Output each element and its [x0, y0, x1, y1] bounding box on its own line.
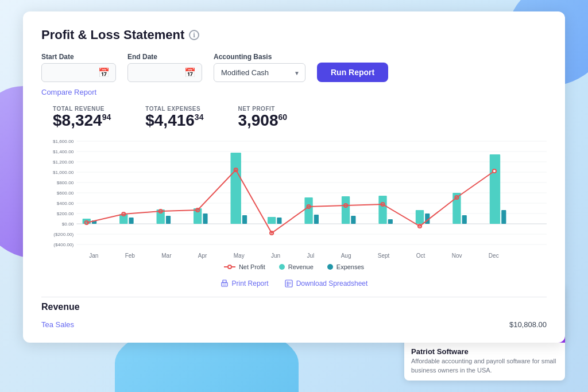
svg-rect-37 [351, 216, 355, 224]
svg-rect-40 [416, 210, 424, 224]
svg-rect-32 [268, 217, 276, 224]
filter-form: Start Date 📅 End Date 📅 Accounting Basis… [41, 53, 547, 82]
x-label-apr: Apr [198, 253, 207, 259]
svg-rect-25 [129, 218, 133, 224]
start-date-group: Start Date 📅 [41, 53, 116, 82]
svg-text:$400.00: $400.00 [57, 201, 74, 206]
print-icon [220, 280, 229, 288]
svg-rect-33 [277, 218, 281, 224]
x-label-may: May [234, 253, 245, 259]
run-report-button[interactable]: Run Report [317, 63, 388, 82]
info-icon[interactable]: ℹ [189, 30, 199, 40]
legend-net-profit: Net Profit [224, 263, 265, 270]
svg-rect-38 [378, 196, 386, 224]
svg-text:$1,600.00: $1,600.00 [53, 139, 74, 144]
accounting-basis-select[interactable]: Cash Modified Cash Accrual [214, 63, 305, 82]
end-date-input[interactable]: 📅 [127, 63, 202, 82]
legend-revenue-dot [279, 264, 285, 270]
chart-svg: $1,600.00 $1,400.00 $1,200.00 $1,000.00 … [41, 135, 547, 250]
accounting-basis-select-wrap: Cash Modified Cash Accrual ▼ [214, 63, 305, 82]
svg-rect-43 [462, 215, 467, 224]
svg-rect-34 [304, 197, 312, 224]
ad-body: Patriot Software Affordable accounting a… [404, 343, 565, 381]
svg-rect-44 [490, 154, 500, 224]
x-axis-labels: Jan Feb Mar Apr May Jun Jul Aug Sept Oct… [41, 253, 547, 259]
compare-report-link[interactable]: Compare Report [41, 88, 96, 96]
end-date-calendar-icon[interactable]: 📅 [184, 67, 196, 78]
total-revenue-value: $8,32494 [53, 112, 111, 130]
card-title-row: Profit & Loss Statement ℹ [41, 28, 547, 42]
revenue-row-tea-sales: Tea Sales $10,808.00 [41, 318, 547, 331]
end-date-label: End Date [127, 53, 202, 61]
svg-text:$600.00: $600.00 [57, 191, 74, 196]
svg-point-59 [228, 265, 231, 269]
tea-sales-link[interactable]: Tea Sales [41, 320, 74, 329]
accounting-basis-group: Accounting Basis Cash Modified Cash Accr… [214, 53, 305, 82]
x-label-jan: Jan [89, 253, 98, 259]
start-date-label: Start Date [41, 53, 116, 61]
svg-text:($200.00): ($200.00) [53, 232, 74, 237]
net-profit-value: 3,90860 [238, 112, 287, 130]
chart-legend: Net Profit Revenue Expenses [41, 263, 547, 270]
svg-text:($400.00): ($400.00) [53, 242, 74, 247]
page-title: Profit & Loss Statement [41, 28, 184, 42]
chart-area: $1,600.00 $1,400.00 $1,200.00 $1,000.00 … [41, 135, 547, 250]
svg-text:$1,400.00: $1,400.00 [53, 149, 74, 154]
ad-description: Affordable accounting and payroll softwa… [411, 357, 558, 375]
x-label-jul: Jul [307, 253, 315, 259]
legend-net-profit-icon [224, 264, 235, 270]
section-divider [41, 297, 547, 297]
svg-rect-30 [230, 153, 241, 224]
total-expenses-value: $4,41634 [145, 112, 203, 130]
x-label-jun: Jun [271, 253, 280, 259]
start-date-value [48, 68, 94, 77]
end-date-group: End Date 📅 [127, 53, 202, 82]
x-label-aug: Aug [341, 253, 351, 259]
ad-company-name: Patriot Software [411, 347, 558, 356]
svg-text:$0.00: $0.00 [62, 222, 74, 227]
metrics-row: TOTAL REVENUE $8,32494 TOTAL EXPENSES $4… [41, 106, 547, 130]
download-spreadsheet-link[interactable]: Download Spreadsheet [285, 280, 368, 288]
svg-text:$800.00: $800.00 [57, 180, 74, 185]
svg-rect-63 [285, 280, 292, 287]
svg-point-57 [493, 169, 496, 173]
svg-rect-62 [223, 284, 226, 286]
svg-rect-27 [166, 216, 171, 224]
svg-text:$200.00: $200.00 [57, 211, 74, 216]
svg-rect-45 [501, 210, 506, 224]
total-revenue-metric: TOTAL REVENUE $8,32494 [53, 106, 111, 130]
chart-actions: Print Report Download Spreadsheet [41, 277, 547, 288]
svg-rect-39 [388, 219, 393, 224]
x-label-nov: Nov [452, 253, 462, 259]
svg-text:$1,000.00: $1,000.00 [53, 170, 74, 175]
x-label-feb: Feb [125, 253, 135, 259]
legend-expenses: Expenses [327, 263, 364, 270]
svg-rect-31 [242, 215, 247, 224]
svg-text:$1,200.00: $1,200.00 [53, 160, 74, 165]
legend-revenue: Revenue [279, 263, 314, 270]
net-profit-metric: NET PROFIT 3,90860 [238, 106, 287, 130]
tea-sales-amount: $10,808.00 [509, 320, 547, 329]
total-expenses-metric: TOTAL EXPENSES $4,41634 [145, 106, 203, 130]
accounting-basis-label: Accounting Basis [214, 53, 305, 61]
x-label-dec: Dec [489, 253, 499, 259]
x-label-oct: Oct [416, 253, 425, 259]
x-label-sept: Sept [378, 253, 390, 259]
legend-expenses-dot [327, 264, 333, 270]
start-date-input[interactable]: 📅 [41, 63, 116, 82]
end-date-value [134, 68, 180, 77]
download-icon [285, 280, 293, 288]
start-date-calendar-icon[interactable]: 📅 [98, 67, 110, 78]
print-report-link[interactable]: Print Report [220, 280, 269, 288]
main-card: Profit & Loss Statement ℹ Start Date 📅 E… [23, 11, 565, 343]
svg-rect-36 [342, 196, 350, 224]
x-label-mar: Mar [161, 253, 171, 259]
revenue-section-title: Revenue [41, 302, 547, 312]
svg-rect-29 [203, 214, 207, 224]
svg-rect-35 [314, 215, 319, 224]
